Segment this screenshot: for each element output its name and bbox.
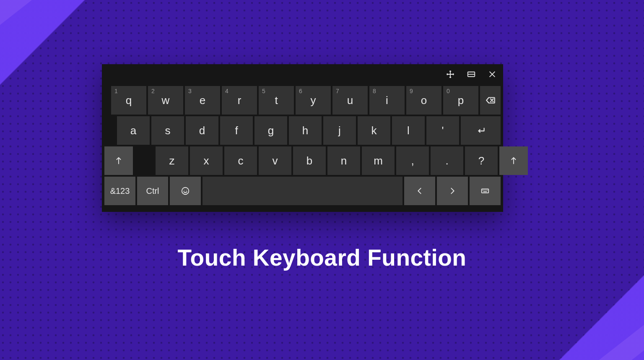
keyboard-row-2: a s d f g h j k l '	[104, 116, 501, 145]
key-f[interactable]: f	[220, 116, 253, 145]
backspace-icon	[485, 95, 496, 106]
key-shift-right[interactable]	[499, 146, 528, 175]
key-keyboard-mode[interactable]	[470, 177, 501, 205]
key-h[interactable]: h	[289, 116, 322, 145]
key-n[interactable]: n	[327, 146, 360, 175]
key-j[interactable]: j	[323, 116, 356, 145]
layout-mode-button[interactable]	[465, 68, 477, 80]
key-question[interactable]: ?	[465, 146, 498, 175]
key-sup: 0	[447, 88, 450, 94]
key-label: i	[386, 94, 388, 107]
key-arrow-left[interactable]	[404, 177, 435, 205]
key-label: g	[268, 124, 274, 137]
key-v[interactable]: v	[259, 146, 291, 175]
key-label: f	[235, 124, 238, 137]
keyboard-mode-icon	[480, 186, 490, 196]
key-x[interactable]: x	[190, 146, 223, 175]
keyboard-row-1: 1q 2w 3e 4r 5t 6y 7u 8i 9o 0p	[104, 86, 501, 115]
key-label: y	[311, 94, 316, 107]
key-sup: 8	[373, 88, 376, 94]
keyboard-row-4: &123 Ctrl	[104, 177, 501, 205]
shift-icon	[114, 156, 123, 165]
close-button[interactable]	[486, 68, 498, 80]
key-label: z	[169, 154, 175, 167]
row3-gap	[135, 146, 154, 175]
key-shift-left[interactable]	[104, 146, 133, 175]
key-label: '	[442, 124, 444, 137]
key-q[interactable]: 1q	[111, 86, 146, 115]
key-label: o	[421, 94, 427, 107]
svg-point-3	[184, 190, 184, 190]
key-y[interactable]: 6y	[296, 86, 331, 115]
chevron-right-icon	[448, 186, 457, 196]
key-label: e	[200, 94, 205, 107]
key-r[interactable]: 4r	[222, 86, 257, 115]
layout-icon	[467, 70, 476, 79]
key-label: p	[458, 94, 464, 107]
key-sup: 1	[114, 88, 118, 94]
shift-icon	[509, 156, 518, 165]
enter-icon	[475, 125, 486, 136]
key-enter[interactable]	[461, 116, 501, 145]
key-label: j	[338, 124, 341, 137]
key-ctrl[interactable]: Ctrl	[137, 177, 168, 205]
move-icon	[446, 70, 455, 79]
key-comma[interactable]: ,	[396, 146, 429, 175]
key-l[interactable]: l	[392, 116, 425, 145]
key-z[interactable]: z	[156, 146, 188, 175]
row1-indent	[104, 86, 109, 115]
key-c[interactable]: c	[224, 146, 257, 175]
key-space[interactable]	[203, 177, 402, 205]
keyboard-grid: 1q 2w 3e 4r 5t 6y 7u 8i 9o 0p	[102, 84, 503, 208]
key-label: ?	[478, 154, 484, 167]
key-s[interactable]: s	[151, 116, 184, 145]
key-label: d	[199, 124, 205, 137]
key-o[interactable]: 9o	[406, 86, 441, 115]
key-t[interactable]: 5t	[259, 86, 294, 115]
keyboard-row-3: z x c v b n m , . ?	[104, 146, 501, 175]
key-m[interactable]: m	[362, 146, 395, 175]
key-label: x	[204, 154, 209, 167]
key-e[interactable]: 3e	[185, 86, 220, 115]
key-i[interactable]: 8i	[369, 86, 405, 115]
key-backspace[interactable]	[480, 86, 501, 115]
key-label: &123	[110, 186, 130, 196]
key-sup: 5	[262, 88, 265, 94]
key-label: q	[126, 94, 132, 107]
key-label: l	[407, 124, 410, 137]
stage: 1q 2w 3e 4r 5t 6y 7u 8i 9o 0p	[0, 0, 644, 360]
key-a[interactable]: a	[117, 116, 150, 145]
key-k[interactable]: k	[358, 116, 390, 145]
svg-point-4	[186, 190, 187, 190]
key-label: Ctrl	[146, 186, 159, 196]
key-apostrophe[interactable]: '	[426, 116, 459, 145]
chevron-left-icon	[415, 186, 424, 196]
key-sup: 7	[336, 88, 339, 94]
key-g[interactable]: g	[254, 116, 287, 145]
key-sup: 4	[225, 88, 229, 94]
key-arrow-right[interactable]	[437, 177, 468, 205]
key-label: s	[165, 124, 171, 137]
touch-keyboard-window: 1q 2w 3e 4r 5t 6y 7u 8i 9o 0p	[102, 64, 503, 212]
key-period[interactable]: .	[431, 146, 463, 175]
key-w[interactable]: 2w	[148, 86, 183, 115]
key-sup: 2	[151, 88, 155, 94]
key-symbols[interactable]: &123	[104, 177, 135, 205]
key-p[interactable]: 0p	[443, 86, 478, 115]
key-sup: 9	[410, 88, 413, 94]
key-label: a	[130, 124, 136, 137]
key-label: k	[371, 124, 377, 137]
key-label: ,	[411, 154, 414, 167]
key-d[interactable]: d	[186, 116, 218, 145]
move-handle-button[interactable]	[444, 68, 456, 80]
key-u[interactable]: 7u	[332, 86, 368, 115]
emoji-icon	[181, 186, 190, 196]
key-emoji[interactable]	[170, 177, 201, 205]
row2-indent	[104, 116, 115, 145]
key-label: b	[306, 154, 312, 167]
key-sup: 6	[299, 88, 302, 94]
key-b[interactable]: b	[293, 146, 326, 175]
key-label: t	[275, 94, 278, 107]
key-label: .	[445, 154, 448, 167]
key-label: w	[162, 94, 170, 107]
